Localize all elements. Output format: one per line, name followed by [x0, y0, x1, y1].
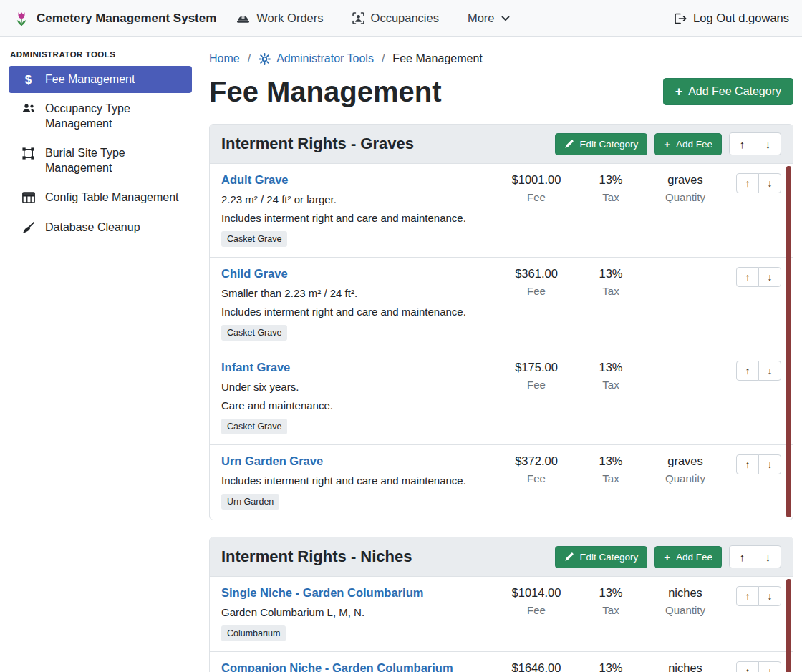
nav-item-label: Occupancies — [371, 11, 439, 25]
add-fee-label: Add Fee — [676, 139, 712, 150]
nav-item-label: Work Orders — [256, 11, 323, 25]
category-title: Interment Rights - Graves — [221, 135, 414, 153]
fee-name-link[interactable]: Single Niche - Garden Columbarium — [221, 586, 423, 600]
tax-label: Tax — [574, 285, 648, 297]
breadcrumb-separator: / — [248, 52, 251, 65]
fee-description: 2.23 m² / 24 ft² or larger. — [221, 193, 495, 205]
edit-category-button[interactable]: Edit Category — [555, 546, 647, 568]
fee-row: Urn Garden Grave Includes interment righ… — [210, 445, 793, 520]
arrow-up-icon: ↑ — [745, 365, 750, 376]
arrow-down-icon: ↓ — [765, 551, 771, 563]
move-fee-up-button[interactable]: ↑ — [736, 267, 759, 287]
fee-amount: $361.00 — [499, 267, 574, 281]
hard-hat-icon — [236, 13, 250, 24]
move-category-down-button[interactable]: ↓ — [755, 132, 781, 155]
fee-amount: $1014.00 — [499, 586, 574, 600]
move-fee-down-button[interactable]: ↓ — [758, 454, 781, 474]
move-fee-up-button[interactable]: ↑ — [736, 361, 759, 381]
sidebar-item-config-table-management[interactable]: Config Table Management — [9, 184, 192, 211]
tax-column: 13% Tax — [574, 586, 648, 641]
brand-label: Cemetery Management System — [37, 11, 216, 26]
broom-icon — [21, 222, 36, 234]
category-reorder-controls: ↑ ↓ — [729, 545, 781, 568]
move-fee-down-button[interactable]: ↓ — [758, 267, 781, 287]
fee-row: Adult Grave 2.23 m² / 24 ft² or larger.I… — [210, 164, 793, 258]
arrow-down-icon: ↓ — [768, 271, 773, 283]
category-title: Interment Rights - Niches — [221, 547, 412, 566]
fee-amount: $175.00 — [499, 361, 574, 374]
breadcrumb-admin-tools-label: Administrator Tools — [276, 52, 374, 65]
fee-amount-label: Fee — [499, 285, 574, 297]
move-category-down-button[interactable]: ↓ — [755, 545, 781, 568]
sidebar-heading: ADMINISTRATOR TOOLS — [0, 50, 200, 59]
breadcrumb: Home / Administrator Tools / Fee Managem… — [209, 52, 793, 65]
nav-item-more[interactable]: More — [468, 11, 510, 25]
page-title: Fee Management — [209, 76, 442, 107]
sidebar-item-burial-site-type-management[interactable]: Burial Site Type Management — [9, 140, 192, 182]
sidebar-item-occupancy-type-management[interactable]: Occupancy Type Management — [9, 95, 192, 137]
move-fee-down-button[interactable]: ↓ — [758, 586, 781, 606]
fee-name-link[interactable]: Urn Garden Grave — [221, 454, 323, 468]
fee-type-badge: Casket Grave — [221, 419, 287, 434]
move-fee-up-button[interactable]: ↑ — [736, 173, 759, 193]
quantity-column: graves Quantity — [648, 454, 723, 510]
fee-name-link[interactable]: Child Grave — [221, 267, 288, 281]
nav-item-occupancies[interactable]: Occupancies — [352, 11, 439, 25]
move-fee-up-button[interactable]: ↑ — [736, 454, 759, 474]
breadcrumb-home-link[interactable]: Home — [209, 52, 240, 65]
logout-button[interactable]: Log Out d.gowans — [674, 11, 789, 25]
sidebar-item-database-cleanup[interactable]: Database Cleanup — [9, 214, 192, 241]
quantity-value: niches — [648, 661, 723, 672]
chevron-down-icon — [501, 16, 510, 21]
fee-type-badge: Urn Garden — [221, 494, 279, 510]
move-category-up-button[interactable]: ↑ — [729, 545, 755, 568]
move-fee-down-button[interactable]: ↓ — [758, 361, 781, 381]
nav-links: Work Orders Occupancies More — [236, 11, 509, 25]
fee-reorder-controls: ↑ ↓ — [736, 173, 781, 193]
quantity-value: niches — [648, 586, 723, 600]
breadcrumb-admin-tools-link[interactable]: Administrator Tools — [259, 52, 374, 65]
arrow-up-icon: ↑ — [745, 177, 750, 189]
nav-item-label: More — [468, 11, 495, 25]
arrow-down-icon: ↓ — [768, 459, 773, 470]
fee-amount-column: $372.00 Fee — [499, 454, 574, 510]
scrollbar-thumb[interactable] — [786, 579, 791, 672]
quantity-column — [648, 267, 723, 341]
tax-value: 13% — [574, 454, 648, 468]
add-fee-button[interactable]: + Add Fee — [654, 546, 722, 568]
fee-name-link[interactable]: Companion Niche - Garden Columbarium — [221, 661, 453, 672]
fee-description: Care and maintenance. — [221, 399, 495, 412]
edit-category-button[interactable]: Edit Category — [555, 133, 647, 155]
fee-name-link[interactable]: Adult Grave — [221, 173, 289, 187]
arrow-up-icon: ↑ — [745, 666, 750, 672]
fee-descriptions: 2.23 m² / 24 ft² or larger.Includes inte… — [221, 193, 495, 224]
breadcrumb-current: Fee Management — [392, 52, 482, 65]
move-fee-up-button[interactable]: ↑ — [736, 586, 759, 606]
quantity-label: Quantity — [648, 191, 723, 203]
quantity-column: niches Quantity — [648, 586, 723, 641]
sidebar-item-label: Occupancy Type Management — [45, 102, 183, 131]
move-category-up-button[interactable]: ↑ — [729, 132, 755, 155]
sidebar-item-fee-management[interactable]: $ Fee Management — [9, 66, 192, 93]
sidebar-item-label: Fee Management — [45, 72, 135, 87]
fee-amount-column: $361.00 Fee — [499, 267, 574, 341]
plus-icon: + — [664, 139, 670, 150]
add-fee-button[interactable]: + Add Fee — [654, 133, 722, 155]
app-brand[interactable]: Cemetery Management System — [13, 10, 216, 27]
add-fee-category-button[interactable]: + Add Fee Category — [663, 78, 793, 105]
edit-category-label: Edit Category — [579, 139, 638, 150]
move-fee-up-button[interactable]: ↑ — [736, 661, 759, 672]
tulip-logo-icon — [13, 10, 30, 27]
move-fee-down-button[interactable]: ↓ — [758, 661, 781, 672]
vector-square-icon — [21, 147, 36, 160]
fee-categories: Interment Rights - Graves Edit Category … — [209, 124, 793, 672]
pencil-icon — [564, 552, 574, 562]
scrollbar-thumb[interactable] — [786, 166, 791, 517]
nav-item-work-orders[interactable]: Work Orders — [236, 11, 323, 25]
move-fee-down-button[interactable]: ↓ — [758, 173, 781, 193]
fee-name-link[interactable]: Infant Grave — [221, 361, 290, 374]
fee-description: Garden Columbarium L, M, N. — [221, 606, 495, 618]
sidebar-item-label: Config Table Management — [45, 190, 179, 205]
fee-amount-column: $1001.00 Fee — [499, 173, 574, 247]
quantity-value: graves — [648, 173, 723, 187]
